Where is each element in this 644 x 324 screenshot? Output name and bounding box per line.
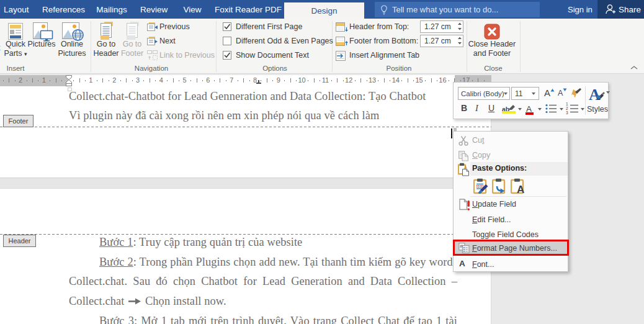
svg-text:A: A xyxy=(517,184,524,194)
svg-text:A: A xyxy=(464,165,467,169)
